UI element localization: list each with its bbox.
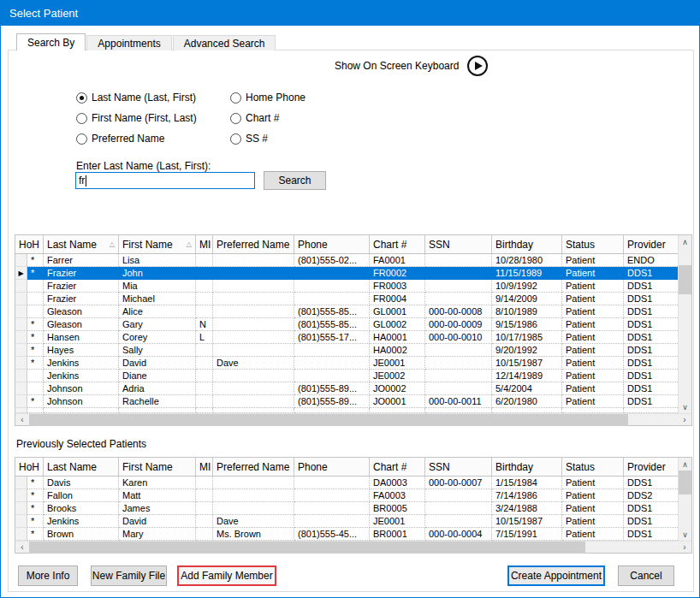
scroll-up-icon[interactable]: ∧ [679,235,691,248]
table-row[interactable]: *BrownMaryMs. Brown(801)555-45...BR00010… [15,528,678,541]
column-header-last-name[interactable]: Last Name [44,458,119,476]
cell-phone: (801)555-85... [294,318,370,331]
table-row[interactable]: JenkinsDianeJE000212/14/1989PatientDDS1 [15,370,678,382]
scroll-left-icon[interactable]: ‹ [15,542,29,554]
scroll-thumb[interactable] [29,414,628,426]
table-row[interactable]: *GleasonGaryN(801)555-85...GL0002000-00-… [15,318,678,331]
radio-option-preferred-name[interactable]: Preferred Name [76,132,197,145]
column-header-mi[interactable]: MI [196,235,213,253]
column-header-phone[interactable]: Phone [294,458,370,476]
radio-option-chart[interactable]: Chart # [230,111,306,125]
column-header-first-name[interactable]: First Name [119,458,196,476]
table-row[interactable]: GleasonAlice(801)555-85...GL0001000-00-0… [15,305,678,318]
radio-option-last-name-last-first[interactable]: Last Name (Last, First) [76,91,197,104]
tab-advanced-search[interactable]: Advanced Search [173,35,276,50]
table-row[interactable]: *DavisKarenDA0003000-00-00071/15/1984Pat… [15,477,678,489]
search-by-options-right: Home PhoneChart #SS # [230,91,306,152]
cell-last-name: Davis [44,477,119,489]
cell-preferred-name [213,382,294,395]
scroll-track[interactable] [679,294,691,400]
cell-preferred-name [213,331,294,344]
column-header-ssn[interactable]: SSN [425,458,492,476]
radio-button-icon[interactable] [76,92,87,104]
scroll-thumb[interactable] [679,471,691,494]
scroll-down-icon[interactable]: ∨ [679,528,691,541]
column-header-preferred-name[interactable]: Preferred Name [213,458,294,476]
cell-preferred-name [213,318,294,331]
column-header-mi[interactable]: MI [196,458,213,476]
radio-option-first-name-first-last[interactable]: First Name (First, Last) [76,111,197,125]
radio-button-icon[interactable] [230,113,241,124]
search-button[interactable]: Search [264,171,326,190]
column-header-birthday[interactable]: Birthday [492,235,562,253]
new-family-file-button[interactable]: New Family File [91,565,167,586]
column-header-chart[interactable]: Chart # [370,458,425,476]
cell-provider: DDS1 [624,528,678,541]
radio-button-icon[interactable] [230,133,241,145]
table-row[interactable]: JohnsonAdria(801)555-89...JO00025/4/2004… [15,382,678,395]
table-row[interactable]: FrazierMichaelFR00049/14/2009PatientDDS1 [15,293,678,305]
table-row[interactable]: *FallonMattFA00037/14/1986PatientDDS2 [15,489,678,502]
table-row[interactable] [15,408,678,413]
cell-phone: (801)555-02... [294,254,370,267]
column-header-chart[interactable]: Chart # [370,235,425,253]
column-header-first-name[interactable]: First Name△ [119,235,196,253]
column-header-provider[interactable]: Provider [624,458,678,476]
column-header-status[interactable]: Status [562,458,624,476]
radio-option-home-phone[interactable]: Home Phone [230,91,306,104]
tab-search-by[interactable]: Search By [16,33,86,50]
previous-vertical-scrollbar[interactable]: ∧ ∨ [678,458,691,541]
scroll-track[interactable] [679,494,691,528]
play-circle-icon[interactable] [467,56,488,76]
add-family-member-button[interactable]: Add Family Member [177,565,276,586]
column-header-preferred-name[interactable]: Preferred Name [213,235,294,253]
scroll-track[interactable] [679,248,691,265]
cell-provider: DDS1 [624,267,678,280]
results-vertical-scrollbar[interactable]: ∧ ∨ [678,235,691,413]
cell-first-name: Sally [119,344,196,357]
column-header-hoh[interactable]: HoH [15,235,44,253]
column-header-ssn[interactable]: SSN [425,235,492,253]
cell-first-name: Adria [119,382,196,395]
scroll-down-icon[interactable]: ∨ [679,400,691,413]
last-name-search-input[interactable]: fr [75,172,255,189]
table-row[interactable]: *JenkinsDavidDaveJE000110/15/1987Patient… [15,357,678,370]
column-header-hoh[interactable]: HoH [15,458,44,476]
column-header-birthday[interactable]: Birthday [492,458,562,476]
create-appointment-button[interactable]: Create Appointment [507,565,605,586]
scroll-thumb[interactable] [679,265,691,294]
column-header-phone[interactable]: Phone [294,235,370,253]
table-row[interactable]: *JohnsonRachelle(801)555-89...JO0001000-… [15,395,678,408]
table-row[interactable]: *HansenCoreyL(801)555-17...HA0001000-00-… [15,331,678,344]
table-row[interactable]: FrazierMiaFR000310/9/1992PatientDDS1 [15,280,678,293]
cell-birthday: 10/17/1985 [492,331,562,344]
more-info-button[interactable]: More Info [18,565,78,586]
results-horizontal-scrollbar[interactable]: ‹ › [15,413,691,425]
title-bar[interactable]: Select Patient [1,1,699,26]
cell-ssn: 000-00-0009 [425,318,492,331]
scroll-right-icon[interactable]: › [678,542,691,554]
previous-horizontal-scrollbar[interactable]: ‹ › [15,541,691,553]
scroll-left-icon[interactable]: ‹ [15,414,29,426]
radio-option-ss[interactable]: SS # [230,132,306,145]
scroll-right-icon[interactable]: › [678,414,691,426]
on-screen-keyboard-control: Show On Screen Keyboard [335,56,488,76]
radio-button-icon[interactable] [230,92,241,104]
table-row[interactable]: ▶*FrazierJohnFR000211/15/1989PatientDDS1 [15,267,678,280]
radio-button-icon[interactable] [76,133,87,145]
cell-birthday: 10/15/1987 [492,357,562,370]
column-header-provider[interactable]: Provider [624,235,678,253]
column-header-status[interactable]: Status [562,235,624,253]
table-row[interactable]: *BrooksJamesBR00053/24/1988PatientDDS1 [15,502,678,515]
tab-appointments[interactable]: Appointments [86,35,171,50]
table-row[interactable]: *JenkinsDavidDaveJE000110/15/1987Patient… [15,515,678,528]
table-row[interactable]: *HayesSallyHA00029/20/1992PatientDDS1 [15,344,678,357]
row-selector [15,489,27,502]
cell-provider: DDS1 [624,477,678,489]
table-row[interactable]: *FarrerLisa(801)555-02...FA000110/28/198… [15,254,678,267]
radio-button-icon[interactable] [76,113,87,124]
cancel-button[interactable]: Cancel [618,565,674,586]
column-header-last-name[interactable]: Last Name△ [44,235,119,253]
scroll-thumb[interactable] [29,542,585,554]
scroll-up-icon[interactable]: ∧ [679,458,691,471]
